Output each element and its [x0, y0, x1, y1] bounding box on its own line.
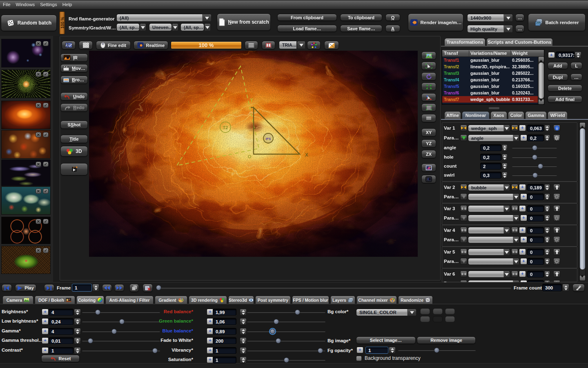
svg-text:O: O — [248, 154, 252, 159]
svg-text:T2: T2 — [223, 125, 228, 130]
svg-text:Y: Y — [250, 97, 253, 103]
svg-text:X: X — [305, 152, 308, 158]
svg-text:IFS: IFS — [266, 137, 271, 141]
